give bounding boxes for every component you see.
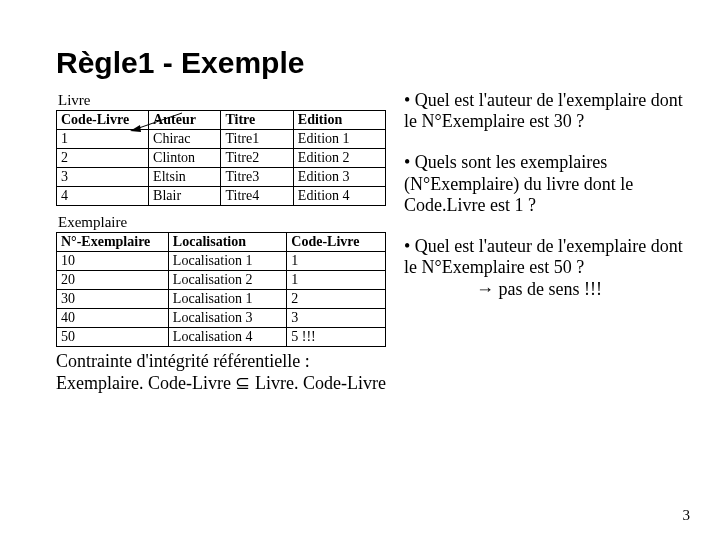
livre-table: Code-Livre Auteur Titre Edition 1ChiracT… [56, 110, 386, 206]
livre-header-row: Code-Livre Auteur Titre Edition [57, 111, 386, 130]
ex-h1: Localisation [168, 233, 286, 252]
table-row: 20Localisation 21 [57, 271, 386, 290]
table-row: 1ChiracTitre1Edition 1 [57, 130, 386, 149]
page-number: 3 [683, 507, 691, 524]
table-row: 2ClintonTitre2Edition 2 [57, 149, 386, 168]
question-2: • Quels sont les exemplaires (N°Exemplai… [404, 152, 700, 216]
constraint-text: Contrainte d'intégrité référentielle : E… [56, 351, 704, 394]
table-row: 10Localisation 11 [57, 252, 386, 271]
livre-h2: Titre [221, 111, 293, 130]
tables-panel: Livre Code-Livre Auteur Titre Edition 1C… [56, 90, 386, 347]
ex-h2: Code-Livre [287, 233, 386, 252]
livre-h1: Auteur [149, 111, 221, 130]
table-row: 50Localisation 45 !!! [57, 328, 386, 347]
question-3-answer: → pas de sens !!! [404, 279, 700, 300]
livre-h3: Edition [293, 111, 385, 130]
table-row: 30Localisation 12 [57, 290, 386, 309]
exemplaire-label: Exemplaire [58, 214, 386, 231]
questions-panel: • Quel est l'auteur de l'exemplaire dont… [404, 90, 704, 347]
livre-label: Livre [58, 92, 386, 109]
livre-h0: Code-Livre [57, 111, 149, 130]
exemplaire-table: N°-Exemplaire Localisation Code-Livre 10… [56, 232, 386, 347]
exemplaire-header-row: N°-Exemplaire Localisation Code-Livre [57, 233, 386, 252]
ex-h0: N°-Exemplaire [57, 233, 169, 252]
table-row: 3EltsinTitre3Edition 3 [57, 168, 386, 187]
table-row: 4BlairTitre4Edition 4 [57, 187, 386, 206]
question-1: • Quel est l'auteur de l'exemplaire dont… [404, 90, 700, 132]
slide-title: Règle1 - Exemple [56, 46, 704, 80]
constraint-line2: Exemplaire. Code-Livre ⊆ Livre. Code-Liv… [56, 373, 386, 393]
constraint-line1: Contrainte d'intégrité référentielle : [56, 351, 310, 371]
question-3: • Quel est l'auteur de l'exemplaire dont… [404, 236, 700, 278]
table-row: 40Localisation 33 [57, 309, 386, 328]
